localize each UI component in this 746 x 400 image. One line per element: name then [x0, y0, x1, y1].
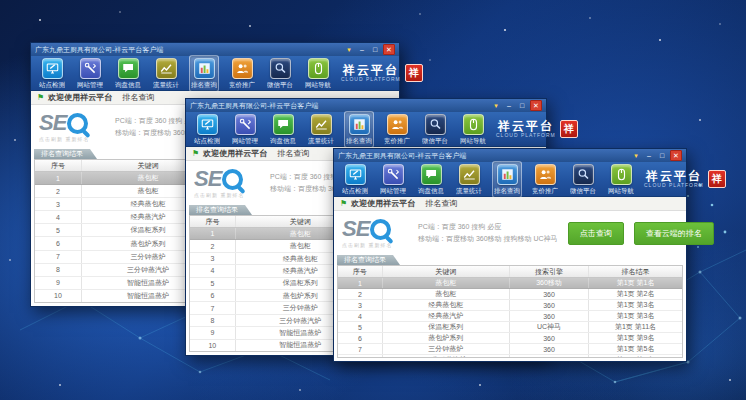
table-row[interactable]: 8三分钟蒸汽炉360第1页 第2名 — [338, 355, 682, 358]
toolbar-item-wechat-platform[interactable]: 微信平台 — [265, 55, 295, 92]
monitor-pencil-icon — [197, 114, 218, 135]
toolbar-item-site-check[interactable]: 站点检测 — [37, 55, 67, 92]
toolbar-item-label: 排名查询 — [346, 136, 372, 145]
query-button[interactable]: 点击查询 — [568, 222, 624, 245]
table-cell-index: 8 — [35, 264, 82, 276]
header-cell-index: 序号 — [35, 160, 82, 171]
chat-bubble-icon — [421, 164, 442, 185]
toolbar-item-label: 网站导航 — [460, 136, 486, 145]
magnifier-o-icon — [222, 169, 243, 190]
bar-chart-icon — [194, 58, 215, 79]
toolbar-item-rank-query[interactable]: 排名查询 — [189, 55, 219, 92]
close-button[interactable]: ✕ — [670, 150, 682, 161]
seo-logo-text: SE — [39, 112, 66, 134]
brand-seal-icon: 祥 — [708, 170, 726, 188]
table-cell-index: 7 — [338, 344, 383, 354]
mouse-icon — [611, 164, 632, 185]
toolbar-item-site-manage[interactable]: 网站管理 — [378, 161, 408, 198]
seo-tagline: 点击刷新 重新排名 — [194, 192, 244, 198]
skin-button[interactable]: ▾ — [344, 45, 354, 54]
toolbar-item-label: 站点检测 — [342, 186, 368, 195]
engine-info-pc: PC端：百度 360 搜狗 必应 — [418, 222, 558, 232]
maximize-button[interactable]: □ — [517, 101, 527, 110]
toolbar-item-label: 站点检测 — [39, 80, 65, 89]
maximize-button[interactable]: □ — [370, 45, 380, 54]
results-tab[interactable]: 排名查询结果 — [34, 149, 97, 159]
table-row[interactable]: 6蒸包炉系列360第1页 第9名 — [338, 333, 682, 344]
seo-tagline: 点击刷新 重新排名 — [342, 242, 392, 248]
toolbar-item-inquiry[interactable]: 询盘信息 — [416, 161, 446, 198]
brand-seal-icon: 祥 — [405, 64, 423, 82]
toolbar-item-site-manage[interactable]: 网站管理 — [230, 111, 260, 148]
table-row[interactable]: 2蒸包柜360第1页 第2名 — [338, 289, 682, 300]
toolbar-item-site-nav[interactable]: 网站导航 — [303, 55, 333, 92]
toolbar-item-bid-promo[interactable]: 竞价推广 — [382, 111, 412, 148]
maximize-button[interactable]: □ — [657, 151, 667, 160]
table-cell-engine: UC神马 — [510, 322, 589, 332]
toolbar-item-label: 询盘信息 — [115, 80, 141, 89]
brand-name: 祥云平台 — [498, 120, 554, 132]
monitor-pencil-icon — [42, 58, 63, 79]
toolbar-item-inquiry[interactable]: 询盘信息 — [113, 55, 143, 92]
toolbar-item-site-manage[interactable]: 网站管理 — [75, 55, 105, 92]
toolbar-item-wechat-platform[interactable]: 微信平台 — [420, 111, 450, 148]
minimize-button[interactable]: – — [504, 101, 514, 110]
people-icon — [535, 164, 556, 185]
magnifier-o-icon — [370, 219, 391, 240]
table-row[interactable]: 5保温柜系列UC神马第1页 第11名 — [338, 322, 682, 333]
magnifier-icon — [425, 114, 446, 135]
table-cell-keyword: 蒸包柜 — [383, 289, 510, 299]
toolbar-item-site-check[interactable]: 站点检测 — [192, 111, 222, 148]
table-cell-index: 9 — [190, 327, 236, 338]
results-tab[interactable]: 排名查询结果 — [189, 205, 252, 215]
brand-logo: 祥云平台 CLOUD PLATFORM 祥 — [341, 64, 425, 82]
skin-button[interactable]: ▾ — [631, 151, 641, 160]
toolbar-item-site-nav[interactable]: 网站导航 — [606, 161, 636, 198]
toolbar-item-wechat-platform[interactable]: 微信平台 — [568, 161, 598, 198]
table-row[interactable]: 7三分钟蒸炉360第1页 第5名 — [338, 344, 682, 355]
toolbar-item-rank-query[interactable]: 排名查询 — [492, 161, 522, 198]
seo-logo: SE 点击刷新 重新排名 — [342, 218, 408, 248]
cloud-rank-button[interactable]: 查看云端的排名 — [634, 222, 714, 245]
minimize-button[interactable]: – — [357, 45, 367, 54]
table-cell-rank: 第1页 第9名 — [589, 333, 682, 343]
desktop: 广东九鼎王厨具有限公司-祥云平台客户端 ▾ – □ ✕ 站点检测 网站管理 — [0, 0, 746, 400]
window-content: ⚑ 欢迎使用祥云平台 排名查询 SE 点击刷新 重新排名 PC端：百度 360 … — [334, 197, 686, 361]
flag-icon: ⚑ — [340, 200, 347, 208]
table-row[interactable]: 4经典蒸汽炉360第1页 第3名 — [338, 311, 682, 322]
seo-logo: SE 点击刷新 重新排名 — [39, 112, 105, 142]
toolbar-item-inquiry[interactable]: 询盘信息 — [268, 111, 298, 148]
minimize-button[interactable]: – — [644, 151, 654, 160]
toolbar-item-traffic[interactable]: 流量统计 — [306, 111, 336, 148]
toolbar-item-site-check[interactable]: 站点检测 — [340, 161, 370, 198]
toolbar-item-rank-query[interactable]: 排名查询 — [344, 111, 374, 148]
toolbar-item-label: 流量统计 — [456, 186, 482, 195]
main-toolbar: 站点检测 网站管理 询盘信息 流量统计 — [31, 56, 399, 91]
toolbar-item-label: 微信平台 — [570, 186, 596, 195]
toolbar-item-traffic[interactable]: 流量统计 — [151, 55, 181, 92]
table-cell-index: 6 — [338, 333, 383, 343]
table-row[interactable]: 1蒸包柜360移动第1页 第1名 — [338, 278, 682, 289]
wrench-icon — [80, 58, 101, 79]
close-button[interactable]: ✕ — [530, 100, 542, 111]
header-cell-keyword: 关键词 — [383, 266, 510, 277]
engine-info-mobile: 移动端：百度移动 360移动 搜狗移动 UC神马 — [418, 234, 558, 244]
table-cell-engine: 360 — [510, 344, 589, 354]
toolbar-item-label: 竞价推广 — [229, 80, 255, 89]
toolbar-item-traffic[interactable]: 流量统计 — [454, 161, 484, 198]
table-cell-index: 4 — [190, 265, 236, 276]
table-cell-index: 2 — [35, 185, 82, 197]
close-button[interactable]: ✕ — [383, 44, 395, 55]
toolbar-item-bid-promo[interactable]: 竞价推广 — [530, 161, 560, 198]
brand-subtitle: CLOUD PLATFORM — [341, 77, 401, 82]
table-cell-index: 10 — [190, 340, 236, 351]
seo-logo-text: SE — [194, 168, 221, 190]
toolbar-item-bid-promo[interactable]: 竞价推广 — [227, 55, 257, 92]
section-title: 排名查询 — [277, 148, 309, 159]
table-cell-index: 3 — [338, 300, 383, 310]
table-cell-index: 2 — [190, 240, 236, 251]
skin-button[interactable]: ▾ — [491, 101, 501, 110]
table-row[interactable]: 3经典蒸包柜360第1页 第3名 — [338, 300, 682, 311]
results-tab[interactable]: 排名查询结果 — [337, 255, 400, 265]
toolbar-item-site-nav[interactable]: 网站导航 — [458, 111, 488, 148]
